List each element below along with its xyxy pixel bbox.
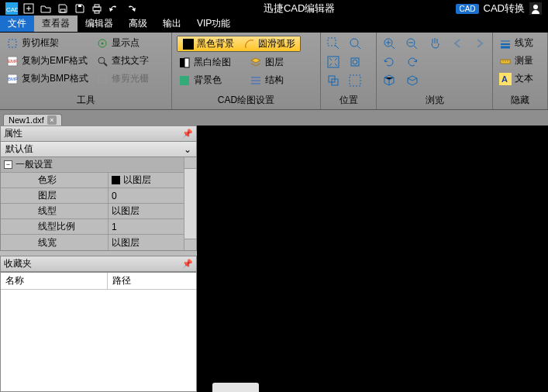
svg-rect-23 [180,58,184,67]
find-text-button[interactable]: 查找文字 [95,53,150,68]
smooth-arc-toggle[interactable]: 圆滑弧形 [239,36,300,51]
black-bg-toggle[interactable]: 黑色背景 [177,36,239,51]
view-3d-button[interactable] [405,73,420,88]
favorites-header: 收藏夹 📌 [0,256,197,272]
rotate-left-button[interactable] [381,54,397,70]
save-as-icon[interactable] [73,2,87,15]
structure-button[interactable]: 结构 [248,73,285,88]
tab-editor[interactable]: 编辑器 [78,15,121,32]
bmp-icon: BMP [6,73,19,85]
pin-icon[interactable]: 📌 [182,259,193,269]
next-view-button[interactable] [473,36,488,51]
tab-vip[interactable]: VIP功能 [189,15,238,32]
crop-icon [6,37,19,50]
document-tab[interactable]: New1.dxf × [3,114,62,126]
zoom-in-button[interactable] [381,36,396,51]
trim-icon [96,73,109,85]
show-point-button[interactable]: 显示点 [95,36,141,50]
svg-text:EMF: EMF [8,59,18,64]
cad-convert-link[interactable]: CAD转换 [484,2,525,15]
cad-badge[interactable]: CAD [456,4,478,14]
copy-emf-button[interactable]: EMF复制为EMF格式 [5,53,90,68]
property-scrollbar[interactable] [184,157,196,250]
favorites-title: 收藏夹 [4,257,32,270]
panel-label-browse: 浏览 [377,93,492,109]
zoom-window-button[interactable] [326,36,341,51]
svg-rect-38 [350,75,360,86]
print-icon[interactable] [90,2,104,15]
svg-rect-29 [328,38,336,46]
svg-line-32 [357,46,360,49]
bg-color-button[interactable]: 背景色 [177,73,243,88]
pan-button[interactable] [427,36,442,51]
bg-mode-toggle: 黑色背景 圆滑弧形 [177,36,301,52]
tab-output[interactable]: 输出 [155,15,189,32]
save-icon[interactable] [56,2,70,15]
prev-view-button[interactable] [450,36,464,51]
layers-icon [250,57,262,69]
zoom-sel-button[interactable] [326,73,341,88]
document-tab-label: New1.dxf [9,115,44,125]
linewidth-button[interactable]: 线宽 [498,36,543,50]
prop-row-linescale[interactable]: 线型比例1 [1,219,184,235]
close-tab-icon[interactable]: × [47,115,57,125]
zoom-region-button[interactable] [347,73,363,88]
crop-frame-button[interactable]: 剪切框架 [5,36,90,50]
svg-line-45 [414,46,417,49]
ruler-icon [499,55,512,67]
menu-tabs: 文件 查看器 编辑器 高级 输出 VIP功能 [0,17,548,33]
chevron-down-icon[interactable]: ⌄ [184,144,191,155]
workspace: 属性 📌 默认值 ⌄ −一般设置 色彩以图层 图层0 线型以图层 线型比例1 线… [0,126,548,392]
model-tab[interactable] [212,383,259,392]
prop-row-lineweight[interactable]: 线宽以图层 [1,235,184,250]
ribbon-panel-browse: 浏览 [377,33,493,109]
text-button[interactable]: A文本 [498,71,543,86]
category-general[interactable]: −一般设置 [1,157,184,173]
redo-icon[interactable] [124,2,138,15]
layers-button[interactable]: 图层 [248,55,285,70]
panel-label-position: 位置 [321,93,376,109]
drawing-canvas[interactable] [197,126,548,392]
tab-file[interactable]: 文件 [0,15,34,32]
document-tabs: New1.dxf × [0,110,548,126]
ribbon: 剪切框架 显示点 EMF复制为EMF格式 查找文字 BMP复制为BMP格式 修剪… [0,33,548,110]
prop-row-color[interactable]: 色彩以图层 [1,173,184,188]
black-bg-icon [182,38,195,50]
emf-icon: EMF [6,55,19,67]
default-selector[interactable]: 默认值 ⌄ [0,142,197,157]
left-column: 属性 📌 默认值 ⌄ −一般设置 色彩以图层 图层0 线型以图层 线型比例1 线… [0,126,197,392]
prop-row-layer[interactable]: 图层0 [1,188,184,204]
svg-line-42 [391,46,395,49]
linewidth-icon [499,37,512,50]
new-icon[interactable] [22,2,36,15]
user-icon[interactable] [529,2,542,15]
rotate-right-button[interactable] [405,54,420,70]
point-icon [96,37,109,50]
pin-icon[interactable]: 📌 [182,129,193,139]
bw-draw-button[interactable]: 黑白绘图 [177,55,243,70]
tab-advanced[interactable]: 高级 [121,15,155,32]
copy-bmp-button[interactable]: BMP复制为BMP格式 [5,71,90,86]
tab-viewer[interactable]: 查看器 [34,15,78,32]
zoom-extents-button[interactable] [347,54,363,70]
svg-line-18 [104,63,107,66]
view-cube-button[interactable] [381,73,397,88]
measure-button[interactable]: 测量 [498,53,543,68]
col-path: 路径 [108,273,136,289]
svg-point-17 [98,57,105,64]
svg-rect-21 [98,75,106,83]
svg-text:BMP: BMP [8,77,18,81]
zoom-out-button[interactable] [404,36,419,51]
ribbon-panel-hide: 线宽 测量 A文本 隐藏 [493,33,548,109]
open-icon[interactable] [39,2,53,15]
zoom-view-button[interactable] [347,36,363,51]
favorites-columns: 名称 路径 [1,273,196,290]
undo-icon[interactable] [107,2,121,15]
bw-icon [178,57,191,69]
prop-row-linetype[interactable]: 线型以图层 [1,204,184,219]
ribbon-panel-position: 位置 [321,33,377,109]
title-right: CAD CAD转换 [456,2,548,15]
collapse-icon[interactable]: − [4,160,12,169]
svg-point-31 [350,39,358,46]
fit-page-button[interactable] [326,54,341,70]
